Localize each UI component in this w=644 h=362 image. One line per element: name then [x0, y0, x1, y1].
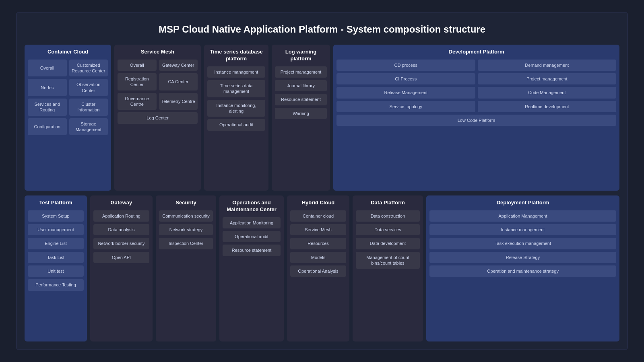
item-button[interactable]: User management	[28, 224, 84, 235]
item-button[interactable]: Resource statement	[275, 94, 327, 105]
item-button[interactable]: Open API	[93, 252, 149, 263]
section-security: SecurityCommunication securityNetwork st…	[156, 195, 216, 341]
item-button[interactable]: Operational audit	[207, 119, 265, 130]
item-button[interactable]: Customized Resource Center	[69, 60, 108, 77]
section-opsmaint: Operations and Maintenance CenterApplica…	[219, 195, 284, 341]
item-button[interactable]: Data services	[356, 224, 420, 235]
item-button[interactable]: Governance Centre	[118, 93, 157, 110]
section-title: Container Cloud	[28, 49, 108, 56]
item-button[interactable]: Management of count bins/count tables	[356, 252, 420, 269]
section-title: Service Mesh	[118, 49, 198, 56]
item-button[interactable]: Network border security	[93, 238, 149, 249]
section-deployment: Deployment PlatformApplication Managemen…	[426, 195, 619, 341]
section-title: Data Platform	[356, 200, 420, 206]
item-button[interactable]: Communication security	[159, 210, 213, 222]
section-gateway: GatewayApplication RoutingData analysisN…	[90, 195, 153, 341]
item-button[interactable]: Operational audit	[223, 231, 281, 242]
item-button[interactable]: Operational Analysis	[290, 265, 346, 277]
section-title: Security	[159, 200, 213, 206]
item-button[interactable]: Release Management	[336, 87, 475, 98]
item-button[interactable]: Project management	[275, 66, 327, 78]
section-title: Deployment Platform	[429, 200, 616, 206]
item-button[interactable]: Instance monitoring, alerting	[207, 100, 265, 117]
top-row: Container CloudOverallCustomized Resourc…	[25, 45, 619, 191]
item-button[interactable]: Warning	[275, 108, 327, 119]
item-button[interactable]: Task List	[28, 252, 84, 263]
section-title: Development Platform	[336, 49, 616, 56]
item-button[interactable]: Nodes	[28, 79, 67, 96]
item-button[interactable]: Overall	[28, 60, 67, 77]
item-button[interactable]: Models	[290, 252, 346, 263]
item-button[interactable]: Service topology	[336, 101, 475, 112]
item-button[interactable]: Time series data management	[207, 80, 265, 97]
main-container: MSP Cloud Native Application Platform - …	[16, 12, 628, 350]
item-button[interactable]: Code Management	[478, 87, 617, 98]
item-button[interactable]: Network strategy	[159, 224, 213, 235]
item-button[interactable]: Application Monitoring	[223, 217, 281, 228]
section-service-mesh: Service MeshOverallGateway CenterRegistr…	[114, 45, 201, 191]
section-title: Log warning platform	[275, 49, 327, 62]
item-button[interactable]: CD process	[336, 60, 475, 71]
item-button[interactable]: CI Process	[336, 73, 475, 84]
item-button[interactable]: Journal library	[275, 80, 327, 91]
item-button[interactable]: Service Mesh	[290, 224, 346, 235]
section-test: Test PlatformSystem SetupUser management…	[25, 195, 87, 341]
page-title: MSP Cloud Native Application Platform - …	[25, 21, 619, 40]
item-button[interactable]: Telemetry Centre	[159, 93, 198, 110]
item-button[interactable]: Configuration	[28, 118, 67, 136]
item-button[interactable]: Services and Routing	[28, 99, 67, 116]
section-timeseries: Time series database platformInstance ma…	[204, 45, 268, 191]
section-container-cloud: Container CloudOverallCustomized Resourc…	[25, 45, 111, 191]
item-button[interactable]: CA Center	[159, 73, 198, 90]
item-button[interactable]: Gateway Center	[159, 60, 198, 71]
item-button[interactable]: Task execution management	[429, 238, 616, 249]
item-button[interactable]: Inspection Center	[159, 238, 213, 249]
item-button[interactable]: Resource statement	[223, 245, 281, 256]
section-data: Data PlatformData constructionData servi…	[353, 195, 423, 341]
item-button[interactable]: Data development	[356, 238, 420, 249]
item-button[interactable]: Cluster Information	[69, 99, 108, 116]
item-button[interactable]: Container cloud	[290, 210, 346, 222]
item-button[interactable]: Unit test	[28, 265, 84, 277]
item-button[interactable]: Data analysis	[93, 224, 149, 235]
section-title: Operations and Maintenance Center	[223, 200, 281, 213]
item-button[interactable]: Instance management	[207, 66, 265, 78]
item-button[interactable]: Demand management	[478, 60, 617, 71]
item-button[interactable]: Application Management	[429, 210, 616, 222]
item-button[interactable]: Data construction	[356, 210, 420, 222]
item-button[interactable]: Resources	[290, 238, 346, 249]
section-title: Time series database platform	[207, 49, 265, 62]
item-button[interactable]: Overall	[118, 60, 157, 71]
item-button[interactable]: Low Code Platform	[336, 115, 616, 126]
section-title: Gateway	[93, 200, 149, 206]
item-button[interactable]: Registration Center	[118, 73, 157, 90]
item-button[interactable]: Performance Testing	[28, 279, 84, 290]
item-button[interactable]: Instance management	[429, 224, 616, 235]
section-development: Development PlatformCD processDemand man…	[333, 45, 619, 191]
section-title: Hybrid Cloud	[290, 200, 346, 206]
item-button[interactable]: Engine List	[28, 238, 84, 249]
section-hybrid: Hybrid CloudContainer cloudService MeshR…	[287, 195, 349, 341]
item-button[interactable]: Storage Management	[69, 118, 108, 136]
section-title: Test Platform	[28, 200, 84, 206]
item-button[interactable]: Operation and maintenance strategy	[429, 265, 616, 277]
section-log-warning: Log warning platformProject managementJo…	[272, 45, 330, 191]
item-button[interactable]: Realtime development	[478, 101, 617, 112]
item-button[interactable]: Observation Center	[69, 79, 108, 96]
item-button[interactable]: Project management	[478, 73, 617, 84]
bottom-row: Test PlatformSystem SetupUser management…	[25, 195, 619, 341]
item-button[interactable]: System Setup	[28, 210, 84, 222]
item-button[interactable]: Log Center	[118, 112, 198, 123]
item-button[interactable]: Release Strategy	[429, 252, 616, 263]
item-button[interactable]: Application Routing	[93, 210, 149, 222]
